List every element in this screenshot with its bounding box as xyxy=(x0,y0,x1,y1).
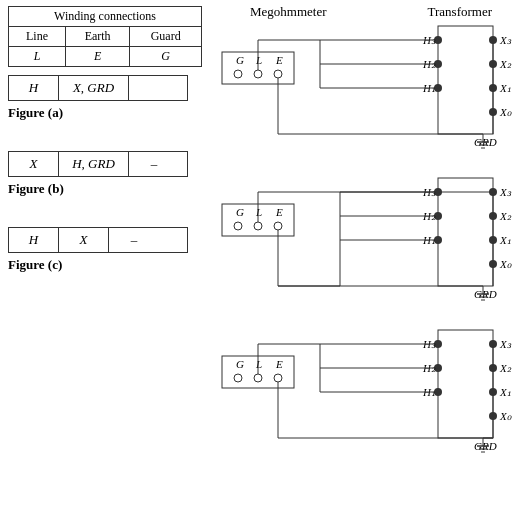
fig-c-conn-box: H X – xyxy=(8,227,188,253)
fig-c-label: Figure (c) xyxy=(8,257,202,273)
svg-text:E: E xyxy=(275,54,283,66)
svg-point-43 xyxy=(274,222,282,230)
fig-b-section: X H, GRD – Figure (b) xyxy=(8,151,202,197)
fig-b-cell-3: – xyxy=(129,152,179,176)
svg-text:X₂: X₂ xyxy=(499,362,512,374)
svg-text:X₀: X₀ xyxy=(499,106,512,118)
diagram-c: G L E H₃ H₂ H₁ X₃ X₂ X₁ X₀ GRD xyxy=(220,328,520,476)
svg-text:E: E xyxy=(275,358,283,370)
fig-c-cell-1: H xyxy=(9,228,59,252)
col-earth: Earth xyxy=(65,27,129,47)
fig-b-label: Figure (b) xyxy=(8,181,202,197)
svg-point-41 xyxy=(254,222,262,230)
svg-text:G: G xyxy=(236,206,244,218)
fig-a-cell-3 xyxy=(129,76,179,100)
svg-text:X₁: X₁ xyxy=(499,386,511,398)
fig-c-section: H X – Figure (c) xyxy=(8,227,202,273)
svg-text:X₂: X₂ xyxy=(499,58,512,70)
svg-text:L: L xyxy=(255,54,262,66)
fig-b-conn-box: X H, GRD – xyxy=(8,151,188,177)
svg-text:G: G xyxy=(236,54,244,66)
svg-text:X₀: X₀ xyxy=(499,410,512,422)
svg-rect-44 xyxy=(438,178,493,286)
fig-a-cell-1: H xyxy=(9,76,59,100)
val-line: L xyxy=(9,47,66,67)
fig-b-cell-2: H, GRD xyxy=(59,152,129,176)
fig-c-cell-2: X xyxy=(59,228,109,252)
page: Winding connections Line Earth Guard L E… xyxy=(0,0,526,505)
fig-a-label: Figure (a) xyxy=(8,105,202,121)
diagram-a: G L E H₃ H₂ H₁ X₃ X₂ xyxy=(220,24,520,172)
svg-rect-7 xyxy=(438,26,493,134)
fig-a-section: H X, GRD Figure (a) xyxy=(8,75,202,121)
svg-point-80 xyxy=(254,374,262,382)
svg-text:X₃: X₃ xyxy=(499,186,512,198)
diagram-headers: Megohmmeter Transformer xyxy=(220,4,522,24)
svg-point-39 xyxy=(234,222,242,230)
fig-b-cell-1: X xyxy=(9,152,59,176)
svg-text:X₀: X₀ xyxy=(499,258,512,270)
transformer-header: Transformer xyxy=(427,4,492,20)
svg-text:E: E xyxy=(275,206,283,218)
col-guard: Guard xyxy=(130,27,202,47)
svg-text:X₁: X₁ xyxy=(499,234,511,246)
right-column: Megohmmeter Transformer G L E H₃ H₂ xyxy=(210,0,526,505)
megohmmeter-header: Megohmmeter xyxy=(250,4,327,20)
val-guard: G xyxy=(130,47,202,67)
svg-text:X₃: X₃ xyxy=(499,34,512,46)
diagram-b: G L E H₃ H₂ H₁ X₃ X₂ X₁ X₀ GRD xyxy=(220,176,520,324)
svg-point-82 xyxy=(274,374,282,382)
fig-a-cell-2: X, GRD xyxy=(59,76,129,100)
winding-connections-section: Winding connections Line Earth Guard L E… xyxy=(8,6,202,67)
winding-title: Winding connections xyxy=(8,6,202,26)
svg-text:L: L xyxy=(255,358,262,370)
fig-c-cell-3: – xyxy=(109,228,159,252)
svg-rect-83 xyxy=(438,330,493,438)
svg-point-2 xyxy=(234,70,242,78)
svg-text:X₁: X₁ xyxy=(499,82,511,94)
svg-point-4 xyxy=(254,70,262,78)
svg-text:G: G xyxy=(236,358,244,370)
svg-text:X₂: X₂ xyxy=(499,210,512,222)
svg-text:X₃: X₃ xyxy=(499,338,512,350)
val-earth: E xyxy=(65,47,129,67)
svg-point-6 xyxy=(274,70,282,78)
svg-text:L: L xyxy=(255,206,262,218)
left-column: Winding connections Line Earth Guard L E… xyxy=(0,0,210,505)
col-line: Line xyxy=(9,27,66,47)
svg-point-78 xyxy=(234,374,242,382)
winding-table: Line Earth Guard L E G xyxy=(8,26,202,67)
fig-a-conn-box: H X, GRD xyxy=(8,75,188,101)
